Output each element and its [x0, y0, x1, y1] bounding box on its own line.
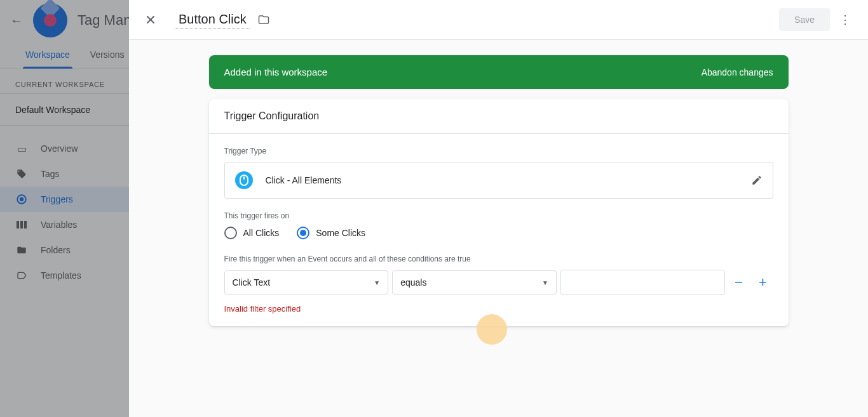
fires-on-label: This trigger fires on: [224, 211, 773, 220]
workspace-change-banner: Added in this workspace Abandon changes: [209, 55, 789, 89]
filter-operator-select[interactable]: equals ▼: [392, 270, 557, 295]
radio-checked-icon: [297, 227, 309, 239]
panel-title-input[interactable]: Button Click: [175, 11, 250, 29]
filter-error-text: Invalid filter specified: [224, 304, 773, 314]
radio-some-clicks[interactable]: Some Clicks: [297, 227, 365, 239]
filter-condition-row: Click Text ▼ equals ▼ − +: [224, 270, 773, 295]
dropdown-arrow-icon: ▼: [542, 279, 548, 286]
conditions-label: Fire this trigger when an Event occurs a…: [224, 255, 773, 263]
more-menu-icon[interactable]: ⋮: [837, 13, 853, 27]
panel-body: Added in this workspace Abandon changes …: [129, 40, 868, 417]
folder-icon[interactable]: [258, 14, 269, 25]
click-trigger-icon: [235, 171, 253, 189]
radio-all-clicks[interactable]: All Clicks: [224, 227, 280, 239]
close-icon[interactable]: [144, 13, 157, 26]
type-label: Trigger Type: [224, 147, 773, 156]
trigger-config-card: Trigger Configuration Trigger Type Click…: [209, 99, 789, 326]
save-button[interactable]: Save: [779, 8, 830, 31]
edit-icon[interactable]: [751, 175, 763, 186]
add-condition-button[interactable]: +: [753, 274, 773, 291]
card-header: Trigger Configuration: [209, 99, 789, 134]
trigger-editor-panel: Button Click Save ⋮ Added in this worksp…: [129, 0, 868, 417]
filter-value-input[interactable]: [560, 270, 725, 295]
dropdown-arrow-icon: ▼: [374, 279, 380, 286]
radio-icon: [224, 227, 237, 239]
filter-variable-select[interactable]: Click Text ▼: [224, 270, 389, 295]
panel-header: Button Click Save ⋮: [129, 0, 868, 40]
trigger-type-value: Click - All Elements: [266, 175, 751, 185]
remove-condition-button[interactable]: −: [729, 274, 749, 291]
banner-text: Added in this workspace: [224, 67, 328, 77]
abandon-changes-button[interactable]: Abandon changes: [702, 67, 773, 77]
trigger-type-selector[interactable]: Click - All Elements: [224, 162, 773, 199]
fires-on-radio-group: All Clicks Some Clicks: [224, 227, 773, 239]
